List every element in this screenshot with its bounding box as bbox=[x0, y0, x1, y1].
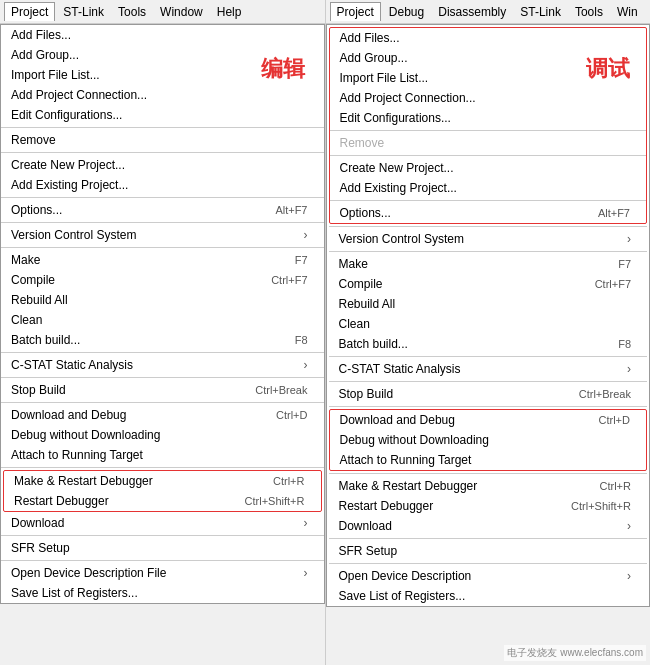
left-debug-no-download[interactable]: Debug without Downloading bbox=[1, 425, 324, 445]
left-import-file-list[interactable]: Import File List... bbox=[1, 65, 324, 85]
right-download-debug[interactable]: Download and DebugCtrl+D bbox=[330, 410, 647, 430]
left-sep2 bbox=[1, 152, 324, 153]
right-add-project-connection[interactable]: Add Project Connection... bbox=[330, 88, 647, 108]
left-remove[interactable]: Remove bbox=[1, 130, 324, 150]
left-sep4 bbox=[1, 222, 324, 223]
left-compile[interactable]: CompileCtrl+F7 bbox=[1, 270, 324, 290]
left-menu-project[interactable]: Project bbox=[4, 2, 55, 21]
left-add-project-connection[interactable]: Add Project Connection... bbox=[1, 85, 324, 105]
left-edit-configurations[interactable]: Edit Configurations... bbox=[1, 105, 324, 125]
right-compile[interactable]: CompileCtrl+F7 bbox=[329, 274, 648, 294]
left-menubar: Project ST-Link Tools Window Help bbox=[0, 0, 325, 24]
right-sep1 bbox=[330, 130, 647, 131]
right-sfr-setup[interactable]: SFR Setup bbox=[329, 541, 648, 561]
right-add-existing-project[interactable]: Add Existing Project... bbox=[330, 178, 647, 198]
right-save-registers[interactable]: Save List of Registers... bbox=[329, 586, 648, 606]
right-sep3 bbox=[330, 200, 647, 201]
right-sep7 bbox=[329, 381, 648, 382]
right-make-restart-debugger[interactable]: Make & Restart DebuggerCtrl+R bbox=[329, 476, 648, 496]
left-panel: Project ST-Link Tools Window Help 编辑 Add… bbox=[0, 0, 326, 665]
right-panel: Project Debug Disassembly ST-Link Tools … bbox=[326, 0, 651, 665]
right-make[interactable]: MakeF7 bbox=[329, 254, 648, 274]
right-stop-build[interactable]: Stop BuildCtrl+Break bbox=[329, 384, 648, 404]
right-edit-configurations[interactable]: Edit Configurations... bbox=[330, 108, 647, 128]
right-restart-debugger[interactable]: Restart DebuggerCtrl+Shift+R bbox=[329, 496, 648, 516]
right-add-files[interactable]: Add Files... bbox=[330, 28, 647, 48]
left-sep9 bbox=[1, 467, 324, 468]
left-batch-build[interactable]: Batch build...F8 bbox=[1, 330, 324, 350]
left-sep10 bbox=[1, 535, 324, 536]
right-import-file-list[interactable]: Import File List... bbox=[330, 68, 647, 88]
left-add-files[interactable]: Add Files... bbox=[1, 25, 324, 45]
left-rebuild-all[interactable]: Rebuild All bbox=[1, 290, 324, 310]
left-sep6 bbox=[1, 352, 324, 353]
right-menu-stlink[interactable]: ST-Link bbox=[514, 3, 567, 21]
right-remove: Remove bbox=[330, 133, 647, 153]
right-batch-build[interactable]: Batch build...F8 bbox=[329, 334, 648, 354]
right-menu-win[interactable]: Win bbox=[611, 3, 644, 21]
left-sep7 bbox=[1, 377, 324, 378]
left-menu-tools[interactable]: Tools bbox=[112, 3, 152, 21]
right-sep10 bbox=[329, 538, 648, 539]
left-sep8 bbox=[1, 402, 324, 403]
left-restart-debugger[interactable]: Restart DebuggerCtrl+Shift+R bbox=[4, 491, 321, 511]
right-open-device-desc[interactable]: Open Device Description› bbox=[329, 566, 648, 586]
left-download-debug[interactable]: Download and DebugCtrl+D bbox=[1, 405, 324, 425]
left-menu-stlink[interactable]: ST-Link bbox=[57, 3, 110, 21]
left-stop-build[interactable]: Stop BuildCtrl+Break bbox=[1, 380, 324, 400]
right-download[interactable]: Download› bbox=[329, 516, 648, 536]
left-dropdown: Add Files... Add Group... Import File Li… bbox=[0, 24, 325, 604]
right-sep8 bbox=[329, 406, 648, 407]
left-make-restart-debugger[interactable]: Make & Restart DebuggerCtrl+R bbox=[4, 471, 321, 491]
left-clean[interactable]: Clean bbox=[1, 310, 324, 330]
right-version-control[interactable]: Version Control System› bbox=[329, 229, 648, 249]
left-create-new-project[interactable]: Create New Project... bbox=[1, 155, 324, 175]
right-sep11 bbox=[329, 563, 648, 564]
left-cstat[interactable]: C-STAT Static Analysis› bbox=[1, 355, 324, 375]
right-sep9 bbox=[329, 473, 648, 474]
left-sep5 bbox=[1, 247, 324, 248]
right-sep6 bbox=[329, 356, 648, 357]
right-sep4 bbox=[329, 226, 648, 227]
right-menu-tools[interactable]: Tools bbox=[569, 3, 609, 21]
left-sfr-setup[interactable]: SFR Setup bbox=[1, 538, 324, 558]
screen: Project ST-Link Tools Window Help 编辑 Add… bbox=[0, 0, 650, 665]
right-menubar: Project Debug Disassembly ST-Link Tools … bbox=[326, 0, 651, 24]
left-sep11 bbox=[1, 560, 324, 561]
right-attach-running[interactable]: Attach to Running Target bbox=[330, 450, 647, 470]
right-debug-no-download[interactable]: Debug without Downloading bbox=[330, 430, 647, 450]
right-clean[interactable]: Clean bbox=[329, 314, 648, 334]
right-menu-disassembly[interactable]: Disassembly bbox=[432, 3, 512, 21]
right-sep5 bbox=[329, 251, 648, 252]
right-create-new-project[interactable]: Create New Project... bbox=[330, 158, 647, 178]
left-options[interactable]: Options...Alt+F7 bbox=[1, 200, 324, 220]
left-sep3 bbox=[1, 197, 324, 198]
right-sep2 bbox=[330, 155, 647, 156]
right-options[interactable]: Options...Alt+F7 bbox=[330, 203, 647, 223]
left-open-device-desc[interactable]: Open Device Description File› bbox=[1, 563, 324, 583]
left-menu-window[interactable]: Window bbox=[154, 3, 209, 21]
right-menu-project[interactable]: Project bbox=[330, 2, 381, 21]
website-badge: 电子发烧友 www.elecfans.com bbox=[504, 645, 646, 661]
left-add-existing-project[interactable]: Add Existing Project... bbox=[1, 175, 324, 195]
right-rebuild-all[interactable]: Rebuild All bbox=[329, 294, 648, 314]
right-add-group[interactable]: Add Group... bbox=[330, 48, 647, 68]
right-dropdown: Add Files... Add Group... Import File Li… bbox=[326, 24, 651, 607]
left-sep1 bbox=[1, 127, 324, 128]
left-menu-help[interactable]: Help bbox=[211, 3, 248, 21]
left-save-registers[interactable]: Save List of Registers... bbox=[1, 583, 324, 603]
right-cstat[interactable]: C-STAT Static Analysis› bbox=[329, 359, 648, 379]
left-attach-running[interactable]: Attach to Running Target bbox=[1, 445, 324, 465]
left-download[interactable]: Download› bbox=[1, 513, 324, 533]
left-make[interactable]: MakeF7 bbox=[1, 250, 324, 270]
right-menu-debug[interactable]: Debug bbox=[383, 3, 430, 21]
left-version-control[interactable]: Version Control System› bbox=[1, 225, 324, 245]
left-add-group[interactable]: Add Group... bbox=[1, 45, 324, 65]
